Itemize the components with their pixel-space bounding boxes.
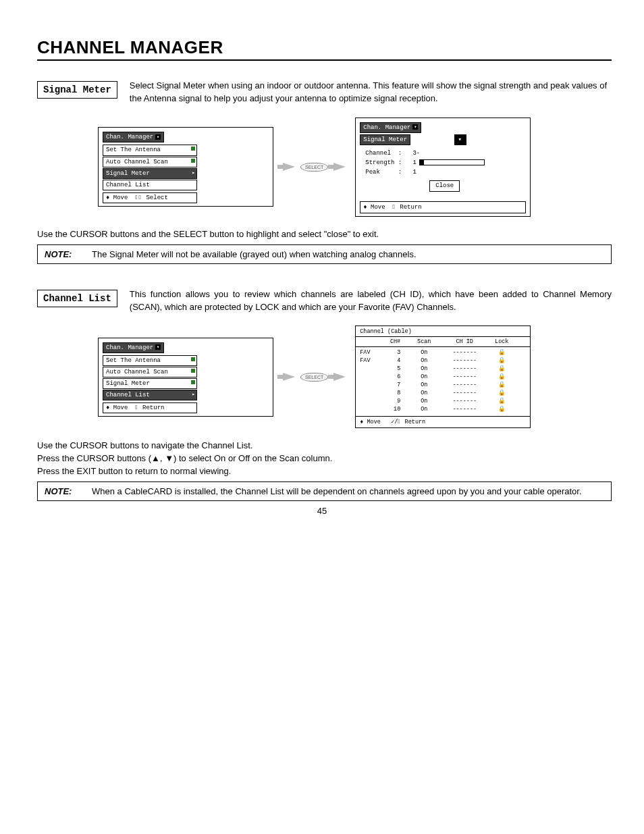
osd-footer: ♦ Move ⃝ Return: [360, 201, 526, 213]
note-label: NOTE:: [45, 249, 92, 259]
table-row[interactable]: 5On-------🔒: [360, 365, 526, 373]
arrow-right-icon: [333, 163, 346, 171]
osd-title: Chan. Manager▾: [103, 342, 164, 353]
table-title: Channel (Cable): [356, 326, 530, 337]
signal-meter-figures: Chan. Manager▾ Set The Antenna Auto Chan…: [98, 118, 612, 217]
note-box-channel-list: NOTE: When a CableCARD is installed, the…: [37, 481, 612, 501]
menu-item-channel-list[interactable]: Channel List: [103, 180, 197, 190]
table-row[interactable]: 6On-------🔒: [360, 373, 526, 382]
table-header: CH# Scan CH ID Lock: [356, 337, 530, 347]
channel-list-figures: Chan. Manager▾ Set The Antenna Auto Chan…: [98, 325, 612, 428]
arrow-right-icon: [283, 373, 295, 381]
menu-item-auto-scan[interactable]: Auto Channel Scan: [103, 157, 197, 167]
menu-item-channel-list[interactable]: Channel List▸: [103, 390, 197, 400]
osd-title: Chan. Manager▾: [360, 122, 421, 133]
title-rule: [37, 59, 612, 61]
osd-hint: ♦ Move ⃝ Return: [103, 402, 197, 413]
label-channel: Channel: [365, 150, 391, 157]
flow-arrows: SELECT: [283, 373, 346, 382]
select-button[interactable]: SELECT: [300, 163, 328, 172]
arrow-right-icon: [283, 163, 295, 171]
channel-list-description: This function allows you to review which…: [130, 288, 612, 314]
page-title: CHANNEL MANAGER: [37, 37, 612, 58]
value-strength: 1: [412, 159, 416, 166]
label-peak: Peak: [365, 169, 380, 176]
page-number: 45: [0, 506, 644, 516]
label-strength: Strength: [365, 159, 394, 166]
signal-meter-description: Select Signal Meter when using an indoor…: [130, 80, 612, 105]
osd-menu-chan-manager: Chan. Manager▾ Set The Antenna Auto Chan…: [98, 127, 273, 207]
menu-item-set-antenna[interactable]: Set The Antenna: [103, 145, 197, 155]
dropdown-icon: ▾: [412, 124, 418, 130]
menu-item-signal-meter[interactable]: Signal Meter▸: [103, 168, 197, 179]
value-channel: 3-: [412, 150, 420, 157]
channel-list-instruction-1: Use the CURSOR buttons to navigate the C…: [37, 440, 612, 450]
flow-arrows: SELECT: [283, 163, 346, 172]
note-text: When a CableCARD is installed, the Chann…: [92, 486, 604, 496]
signal-meter-instruction: Use the CURSOR buttons and the SELECT bu…: [37, 229, 612, 239]
osd-subtitle: Signal Meter: [360, 134, 410, 145]
table-row[interactable]: FAV4On-------🔒: [360, 357, 526, 365]
signal-meter-label: Signal Meter: [37, 81, 117, 99]
table-row[interactable]: 8On-------🔒: [360, 390, 526, 398]
note-text: The Signal Meter will not be available (…: [92, 249, 604, 259]
osd-hint: ♦ Move �⃝ Select: [103, 192, 197, 203]
strength-bar: [419, 159, 485, 165]
close-button[interactable]: Close: [429, 180, 460, 191]
osd-title: Chan. Manager▾: [103, 132, 164, 142]
osd-signal-meter-panel: Chan. Manager▾ Signal Meter ▾ Channel : …: [355, 118, 531, 217]
table-row[interactable]: 10On-------🔒: [360, 406, 526, 414]
dropdown-icon: ▾: [155, 134, 161, 140]
arrow-right-icon: [333, 373, 346, 381]
note-label: NOTE:: [45, 486, 92, 496]
channel-list-instruction-3: Press the EXIT button to return to norma…: [37, 466, 612, 476]
osd-channel-list-table: Channel (Cable) CH# Scan CH ID Lock FAV3…: [355, 325, 531, 428]
value-peak: 1: [412, 169, 416, 176]
dropdown-icon: ▾: [155, 344, 161, 350]
table-row[interactable]: FAV3On-------🔒: [360, 349, 526, 357]
osd-menu-chan-manager-2: Chan. Manager▾ Set The Antenna Auto Chan…: [98, 338, 273, 417]
menu-item-set-antenna[interactable]: Set The Antenna: [103, 355, 197, 366]
table-row[interactable]: 7On-------🔒: [360, 382, 526, 390]
note-box-signal-meter: NOTE: The Signal Meter will not be avail…: [37, 244, 612, 264]
menu-item-signal-meter[interactable]: Signal Meter: [103, 378, 197, 389]
menu-item-auto-scan[interactable]: Auto Channel Scan: [103, 367, 197, 377]
select-button[interactable]: SELECT: [300, 373, 328, 382]
table-footer: ♦ Move ✓/⃝ Return: [356, 417, 530, 427]
channel-list-label: Channel List: [37, 290, 117, 307]
table-row[interactable]: 9On-------🔒: [360, 398, 526, 406]
dropdown-icon: ▾: [454, 134, 466, 145]
channel-list-instruction-2: Press the CURSOR buttons (▲, ▼) to selec…: [37, 453, 612, 463]
